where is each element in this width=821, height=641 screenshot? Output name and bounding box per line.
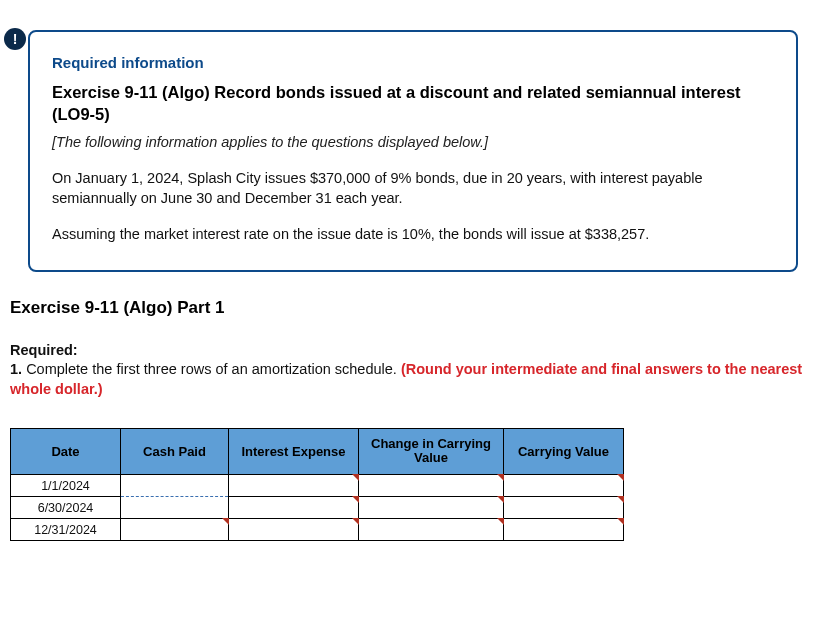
cash-paid-cell-disabled [121,475,229,497]
required-line-number: 1. [10,361,26,377]
dropdown-tick-icon [617,518,624,525]
required-information-panel: Required information Exercise 9-11 (Algo… [28,30,798,272]
col-header-carrying: Carrying Value [504,428,624,475]
change-carrying-cell[interactable] [359,497,504,519]
scenario-paragraph-2: Assuming the market interest rate on the… [52,224,774,244]
required-instruction: 1. Complete the first three rows of an a… [10,360,811,399]
col-header-change: Change in Carrying Value [359,428,504,475]
required-information-heading: Required information [52,54,774,71]
dropdown-tick-icon [617,496,624,503]
dropdown-tick-icon [617,474,624,481]
interest-expense-cell[interactable] [229,475,359,497]
cash-paid-cell-disabled [121,497,229,519]
table-row: 12/31/2024 [11,519,624,541]
change-carrying-cell[interactable] [359,519,504,541]
required-line-text: Complete the first three rows of an amor… [26,361,401,377]
table-header-row: Date Cash Paid Interest Expense Change i… [11,428,624,475]
alert-icon-char: ! [13,31,18,47]
col-header-cash: Cash Paid [121,428,229,475]
date-cell: 1/1/2024 [11,475,121,497]
scenario-paragraph-1: On January 1, 2024, Splash City issues $… [52,168,774,209]
col-header-date: Date [11,428,121,475]
amortization-table: Date Cash Paid Interest Expense Change i… [10,428,624,542]
col-header-interest: Interest Expense [229,428,359,475]
part-heading: Exercise 9-11 (Algo) Part 1 [10,298,811,318]
date-cell: 6/30/2024 [11,497,121,519]
exercise-title: Exercise 9-11 (Algo) Record bonds issued… [52,81,774,126]
alert-icon: ! [4,28,26,50]
carrying-value-cell[interactable] [504,519,624,541]
interest-expense-cell[interactable] [229,497,359,519]
applies-note: [The following information applies to th… [52,134,774,150]
carrying-value-cell[interactable] [504,497,624,519]
change-carrying-cell[interactable] [359,475,504,497]
interest-expense-cell[interactable] [229,519,359,541]
date-cell: 12/31/2024 [11,519,121,541]
carrying-value-cell[interactable] [504,475,624,497]
required-label: Required: [10,342,811,358]
table-row: 1/1/2024 [11,475,624,497]
cash-paid-cell[interactable] [121,519,229,541]
table-row: 6/30/2024 [11,497,624,519]
required-block: Required: 1. Complete the first three ro… [10,342,811,399]
